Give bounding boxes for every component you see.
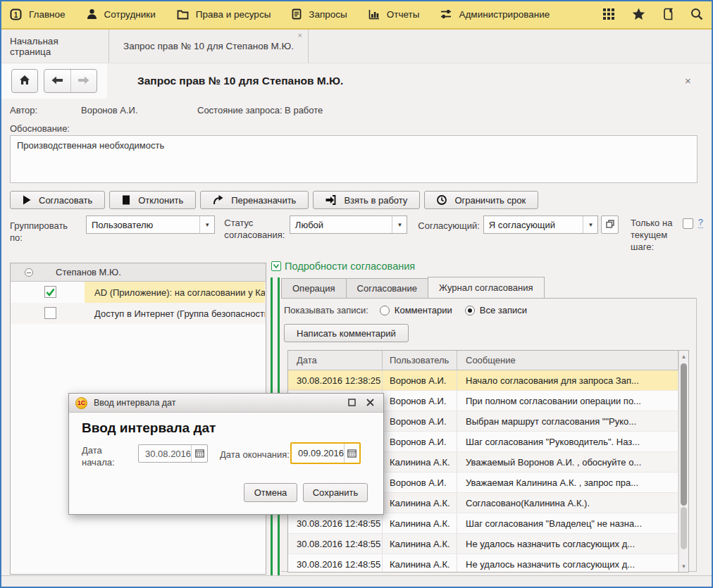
tab-rights-request[interactable]: Запрос прав № 10 для Степанов М.Ю. × bbox=[109, 30, 309, 63]
action-toolbar: Согласовать Отклонить Переназначить Взят… bbox=[10, 191, 538, 209]
tab-close-icon[interactable]: × bbox=[298, 32, 302, 39]
svg-text:1: 1 bbox=[14, 11, 18, 18]
show-records-label: Показывать записи: bbox=[284, 305, 368, 315]
date-interval-dialog: 1С Ввод интервала дат Ввод интервала дат… bbox=[68, 393, 384, 515]
menu-label: Запросы bbox=[309, 9, 347, 20]
tree-item-internet-access[interactable]: Доступ в Интернет (Группа безопасности в bbox=[11, 303, 266, 324]
table-row[interactable]: 30.08.2016 12:38:25 Воронов А.И. Начало … bbox=[288, 370, 688, 391]
tab-approval-journal[interactable]: Журнал согласования bbox=[428, 277, 545, 299]
stop-icon bbox=[122, 195, 130, 205]
menu-item-main[interactable]: 1 Главное bbox=[10, 8, 66, 20]
limit-deadline-button[interactable]: Ограничить срок bbox=[424, 191, 538, 209]
vertical-scrollbar[interactable]: ▲ ▼ bbox=[678, 351, 688, 572]
radio-comments[interactable]: Комментарии bbox=[380, 305, 452, 315]
play-icon bbox=[23, 195, 31, 205]
home-button[interactable] bbox=[11, 69, 38, 93]
author-label: Автор: bbox=[10, 105, 37, 115]
end-date-label: Дата окончания: bbox=[220, 449, 290, 461]
menu-item-reports[interactable]: Отчеты bbox=[368, 9, 420, 20]
current-step-label: Только на текущем шаге: bbox=[631, 217, 678, 253]
dialog-titlebar[interactable]: 1С Ввод интервала дат bbox=[69, 394, 383, 413]
collapse-minus-icon[interactable] bbox=[25, 268, 33, 277]
chevron-down-icon[interactable]: ▼ bbox=[199, 216, 214, 233]
show-records-row: Показывать записи: Комментарии Все запис… bbox=[284, 305, 527, 315]
form-close-icon[interactable]: × bbox=[685, 75, 691, 87]
apps-grid-icon[interactable] bbox=[602, 8, 615, 20]
chevron-down-icon[interactable]: ▼ bbox=[583, 216, 597, 233]
calendar-icon[interactable] bbox=[191, 445, 207, 462]
take-to-work-button[interactable]: Взять в работу bbox=[313, 191, 420, 209]
approval-status-select[interactable]: Любой ▼ bbox=[290, 215, 408, 234]
sliders-icon bbox=[440, 9, 452, 19]
close-icon[interactable] bbox=[366, 398, 374, 408]
logo-1c-icon: 1 bbox=[10, 8, 22, 20]
approver-open-button[interactable] bbox=[601, 215, 619, 234]
menu-item-administration[interactable]: Администрирование bbox=[440, 9, 550, 20]
tree-item-ad-application[interactable]: AD (Приложение): на согласовании у Кали bbox=[11, 282, 266, 303]
help-link[interactable]: ? bbox=[698, 218, 703, 228]
table-row[interactable]: 30.08.2016 12:48:55 Калинина А.К. Шаг со… bbox=[288, 513, 688, 534]
write-comment-button[interactable]: Написать комментарий bbox=[284, 324, 409, 342]
search-icon[interactable] bbox=[690, 8, 703, 20]
column-header-message[interactable]: Сообщение bbox=[457, 351, 678, 370]
scrollbar-thumb-tail bbox=[681, 507, 687, 549]
menu-label: Главное bbox=[29, 9, 66, 20]
maximize-icon[interactable] bbox=[348, 398, 356, 408]
page-title: Запрос прав № 10 для Степанов М.Ю. bbox=[137, 75, 343, 87]
tab-approval[interactable]: Согласование bbox=[346, 278, 428, 299]
menu-item-rights-resources[interactable]: Права и ресурсы bbox=[177, 9, 271, 20]
reject-button[interactable]: Отклонить bbox=[109, 191, 196, 209]
author-value: Воронов А.И. bbox=[81, 105, 138, 115]
table-row[interactable]: 30.08.2016 12:48:55 Калинина А.К. Не уда… bbox=[288, 534, 688, 554]
history-icon[interactable] bbox=[662, 8, 674, 20]
checkbox-unchecked[interactable] bbox=[44, 307, 56, 319]
arrow-right-icon bbox=[78, 76, 89, 87]
menu-item-employees[interactable]: Сотрудники bbox=[87, 8, 156, 20]
star-icon[interactable] bbox=[632, 8, 645, 20]
approval-status-label: Статус согласования: bbox=[224, 217, 287, 241]
folder-icon bbox=[177, 9, 189, 20]
scroll-up-icon[interactable]: ▲ bbox=[679, 351, 688, 361]
details-section-title[interactable]: Подробности согласования bbox=[285, 261, 415, 272]
bar-chart-icon bbox=[368, 9, 380, 20]
approver-select[interactable]: Я согласующий ▼ bbox=[483, 215, 599, 234]
approver-label: Согласующий: bbox=[418, 220, 479, 232]
request-status: Состояние запроса: В работе bbox=[197, 105, 323, 115]
sign-in-arrow-icon bbox=[326, 195, 336, 205]
start-date-label: Дата начала: bbox=[82, 444, 124, 468]
tab-home-page[interactable]: Начальная страница bbox=[0, 30, 109, 63]
tree-group-label: Степанов М.Ю. bbox=[56, 267, 121, 277]
checkbox-checked[interactable] bbox=[44, 286, 56, 298]
justification-field[interactable]: Производственная необходимость bbox=[10, 135, 698, 183]
justification-label: Обоснование: bbox=[10, 123, 70, 134]
reassign-button[interactable]: Переназначить bbox=[200, 191, 309, 209]
current-step-checkbox[interactable] bbox=[683, 218, 693, 229]
end-date-field-focused[interactable]: 09.09.2016 bbox=[290, 442, 361, 464]
radio-all-records[interactable]: Все записи bbox=[465, 305, 527, 315]
collapse-chevron-icon[interactable] bbox=[271, 261, 281, 271]
group-by-select[interactable]: Пользователю ▼ bbox=[86, 215, 215, 234]
calendar-icon[interactable] bbox=[344, 444, 359, 463]
cancel-button[interactable]: Отмена bbox=[244, 483, 297, 502]
status-strip bbox=[1, 575, 712, 587]
menu-label: Права и ресурсы bbox=[196, 9, 271, 20]
scrollbar-thumb[interactable] bbox=[681, 363, 687, 506]
scroll-down-icon[interactable]: ▼ bbox=[679, 561, 688, 571]
details-tabstrip: Операция Согласование Журнал согласовани… bbox=[281, 277, 545, 299]
tree-group-row[interactable]: Степанов М.Ю. bbox=[11, 263, 266, 282]
forward-button[interactable] bbox=[70, 70, 97, 92]
back-button[interactable] bbox=[44, 70, 70, 92]
chevron-down-icon[interactable]: ▼ bbox=[392, 216, 407, 233]
arrow-left-icon bbox=[51, 76, 63, 87]
navigation-strip bbox=[1, 63, 107, 99]
tab-operation[interactable]: Операция bbox=[281, 278, 346, 299]
column-header-date[interactable]: Дата bbox=[288, 351, 383, 370]
start-date-field[interactable]: 30.08.2016 bbox=[138, 444, 208, 463]
save-button[interactable]: Сохранить bbox=[303, 483, 368, 502]
approve-button[interactable]: Согласовать bbox=[10, 191, 105, 209]
menu-item-requests[interactable]: Запросы bbox=[292, 8, 347, 20]
column-header-user[interactable]: Пользователь bbox=[383, 351, 457, 370]
table-row[interactable]: 30.08.2016 12:48:55 Калинина А.К. Не уда… bbox=[288, 554, 688, 573]
dialog-heading: Ввод интервала дат bbox=[82, 420, 216, 436]
group-by-label: Группировать по: bbox=[10, 220, 82, 244]
